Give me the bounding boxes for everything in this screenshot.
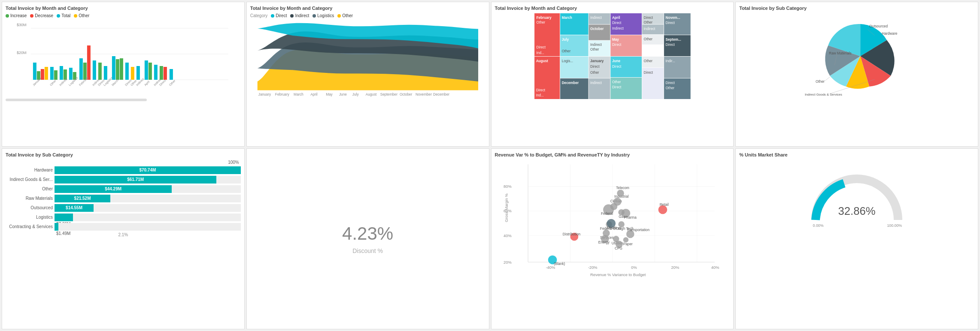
legend-logistics: Logistics (313, 13, 334, 18)
svg-text:December: December (561, 81, 579, 85)
bar-chart-card: Total Invoice by Month and Category Incr… (2, 2, 245, 147)
svg-text:Revenue % Variance to Budget: Revenue % Variance to Budget (590, 273, 646, 277)
dashboard: Total Invoice by Month and Category Incr… (0, 0, 980, 331)
svg-text:Direct: Direct (612, 21, 621, 25)
svg-text:May: May (326, 93, 333, 96)
subcat-barwrap-other: $44.29M (55, 185, 241, 193)
subcat-val-hardware: $70.74M (139, 168, 156, 172)
other2-dot (337, 14, 341, 18)
svg-text:Other: Other (49, 79, 57, 87)
subcat-label-outsourced: Outsourced (6, 205, 53, 210)
treemap-svg: February Other Direct Ind... March July … (495, 13, 730, 99)
subcat-val-rawmat: $21.52M (74, 196, 91, 201)
svg-rect-47 (170, 69, 173, 80)
svg-text:August: August (536, 59, 548, 63)
card1-scrollbar[interactable] (6, 99, 147, 101)
bar-chart-area: $30M $20M January Other Indire (6, 20, 241, 97)
svg-rect-33 (125, 63, 129, 80)
svg-point-189 (617, 190, 624, 197)
svg-point-171 (623, 237, 628, 242)
pie-chart-card: Total Invoice by Sub Category Outso (735, 2, 978, 147)
legend-increase: Increase (6, 13, 27, 18)
svg-text:20%: 20% (671, 265, 679, 269)
card2-legend: Category Direct Indirect Logistics Other (250, 13, 485, 18)
svg-rect-27 (104, 66, 107, 80)
svg-text:Indirect: Indirect (612, 27, 624, 30)
subcat-val-indirect: $61.71M (127, 177, 144, 182)
subcat-val-other: $44.29M (105, 187, 121, 191)
svg-text:$20M: $20M (17, 51, 27, 55)
subcat-label-other: Other (6, 187, 53, 191)
svg-text:80%: 80% (504, 184, 512, 189)
discount-label: Discount % (342, 247, 393, 254)
subcat-barwrap-outsourced: $14.55M (55, 204, 241, 212)
legend-total: Total (57, 13, 70, 18)
stream-chart-card: Total Invoice by Month and Category Cate… (246, 2, 489, 147)
svg-text:March: March (294, 93, 303, 96)
svg-text:Ind...: Ind... (536, 51, 544, 55)
subcat-label-contracting: Contracting & Services (6, 224, 53, 229)
svg-rect-23 (93, 60, 96, 80)
svg-text:December: December (433, 93, 449, 96)
svg-text:Direct: Direct (612, 85, 621, 89)
svg-text:Other: Other (590, 71, 599, 75)
legend-other2-label: Other (342, 13, 353, 18)
svg-text:Other: Other (643, 59, 652, 63)
svg-text:Federal: Federal (601, 212, 613, 216)
card5-100pct: 100% (6, 160, 241, 165)
svg-text:Other: Other (643, 21, 652, 24)
stream-chart-svg: January February March April May June Ju… (250, 20, 485, 97)
svg-text:20%: 20% (504, 260, 512, 265)
legend-indirect: Indirect (290, 13, 309, 18)
pie-chart-area: Outsourced Hardware Raw Materials Other … (739, 13, 974, 99)
card7-title: Revenue Var % to Budget, GM% and Revenue… (495, 152, 730, 157)
logistics-dot (313, 14, 316, 18)
svg-rect-11 (54, 70, 58, 80)
legend-increase-label: Increase (10, 13, 27, 18)
svg-text:0%: 0% (631, 265, 637, 269)
svg-text:February: February (536, 16, 551, 20)
legend-indirect-label: Indirect (295, 13, 309, 18)
subcat-bar-rawmat: $21.52M (55, 195, 110, 202)
svg-rect-31 (120, 58, 123, 80)
svg-text:Indirect: Indirect (643, 27, 655, 31)
svg-rect-42 (154, 65, 158, 80)
subcat-row-rawmat: Raw Materials $21.52M (6, 195, 241, 202)
card4-title: Total Invoice by Sub Category (739, 6, 974, 11)
svg-text:July: July (561, 38, 569, 42)
svg-text:February: February (275, 93, 290, 96)
svg-rect-45 (164, 67, 167, 80)
svg-rect-40 (149, 63, 152, 80)
direct-dot (271, 14, 274, 18)
svg-text:Indir...: Indir... (665, 59, 675, 63)
subcat-bar-logistics (55, 214, 73, 221)
svg-text:Direct: Direct (612, 43, 621, 47)
svg-text:Indirect Goods & Services: Indirect Goods & Services (805, 93, 842, 96)
subcat-barwrap-indirect: $61.71M (55, 176, 241, 184)
svg-rect-5 (33, 63, 36, 80)
subcat-barwrap-rawmat: $21.52M (55, 195, 241, 202)
svg-rect-61 (534, 13, 560, 56)
svg-rect-44 (160, 66, 163, 80)
svg-text:May: May (612, 38, 619, 42)
svg-text:Retail: Retail (659, 202, 668, 206)
card1-title: Total Invoice by Month and Category (6, 6, 241, 11)
svg-rect-39 (145, 60, 148, 80)
svg-line-134 (825, 77, 830, 81)
gauge-area: 0.00% 100.00% 32.86% (739, 160, 974, 246)
svg-rect-29 (112, 56, 115, 80)
total-dot (57, 14, 60, 18)
svg-rect-21 (87, 45, 91, 80)
discount-card: 4.23% Discount % (246, 148, 489, 330)
subcat-row-hardware: Hardware $70.74M (6, 166, 241, 174)
svg-text:Indirect: Indirect (590, 16, 602, 20)
svg-text:Hardware: Hardware (882, 31, 897, 36)
svg-rect-16 (69, 68, 73, 80)
svg-text:Other: Other (816, 80, 825, 84)
card3-title: Total Invoice by Month and Category (495, 6, 730, 11)
card2-title: Total Invoice by Month and Category (250, 6, 485, 11)
subcat-val-contracting: $1.49M (56, 231, 70, 236)
subcat-bar-other: $44.29M (55, 185, 172, 193)
svg-text:July: July (352, 93, 359, 96)
decrease-dot (30, 14, 33, 18)
